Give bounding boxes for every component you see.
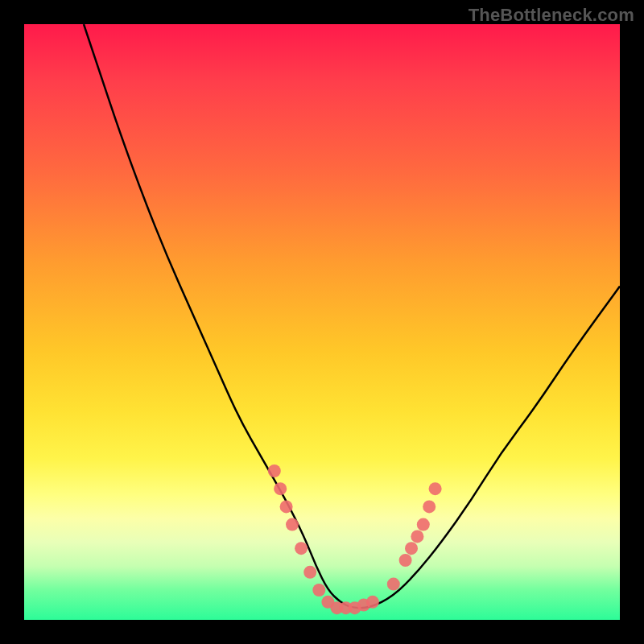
data-marker bbox=[349, 601, 361, 614]
data-marker bbox=[331, 601, 344, 614]
data-marker bbox=[405, 542, 418, 555]
data-marker bbox=[295, 542, 308, 555]
data-marker bbox=[411, 530, 423, 543]
data-marker bbox=[366, 596, 379, 609]
plot-area bbox=[24, 24, 620, 620]
data-marker bbox=[321, 596, 334, 609]
data-marker bbox=[286, 518, 299, 531]
data-marker bbox=[274, 482, 287, 495]
data-marker bbox=[417, 518, 430, 531]
data-marker bbox=[303, 566, 316, 579]
chart-svg bbox=[24, 24, 620, 620]
chart-frame: TheBottleneck.com bbox=[0, 0, 644, 644]
data-marker bbox=[399, 554, 412, 567]
data-marker bbox=[423, 500, 436, 513]
watermark-text: TheBottleneck.com bbox=[469, 5, 634, 26]
data-marker bbox=[280, 500, 293, 513]
data-marker bbox=[429, 482, 442, 495]
bottleneck-curve bbox=[84, 24, 620, 608]
data-marker bbox=[387, 578, 400, 591]
data-marker bbox=[268, 464, 281, 477]
data-marker bbox=[312, 584, 325, 597]
data-marker bbox=[340, 601, 353, 614]
data-marker bbox=[357, 599, 370, 612]
